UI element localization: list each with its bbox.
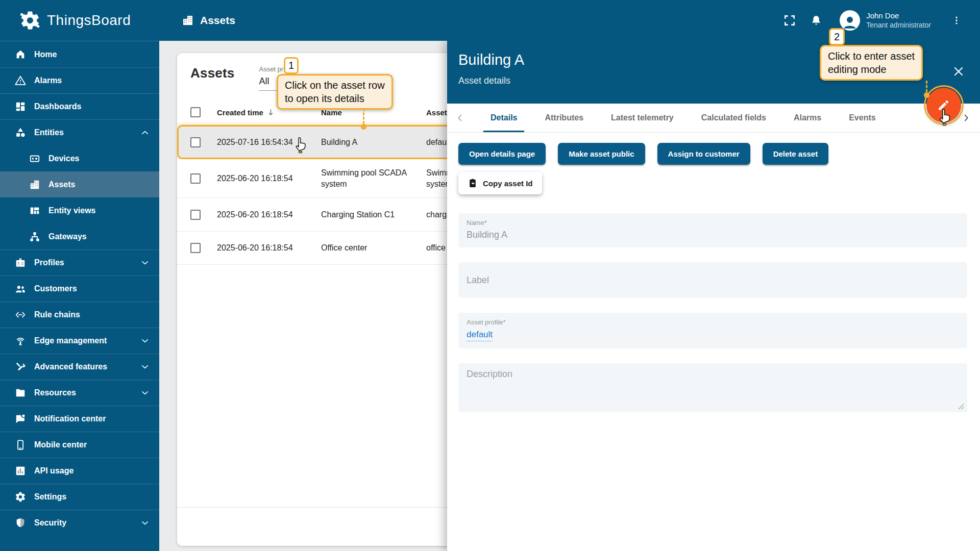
cell-created-time: 2025-06-20 16:18:54: [217, 173, 321, 184]
sidebar-item-label: Devices: [48, 154, 80, 163]
chevron-down-icon: [139, 517, 151, 529]
settings-icon: [14, 491, 27, 503]
assign-to-customer-button[interactable]: Assign to customer: [657, 143, 750, 165]
user-avatar[interactable]: [840, 10, 860, 31]
sidebar-item-label: Assets: [48, 180, 75, 189]
sidebar-item-label: Customers: [34, 284, 77, 293]
sidebar-item-home[interactable]: Home: [0, 41, 159, 67]
sidebar-item-resources[interactable]: Resources: [0, 380, 159, 406]
row-checkbox[interactable]: [190, 173, 201, 184]
sidebar-item-gateways[interactable]: Gateways: [0, 223, 159, 249]
api-usage-icon: [14, 465, 27, 477]
dashboards-icon: [14, 101, 27, 113]
row-checkbox[interactable]: [190, 243, 201, 253]
tutorial-step-1-bubble: Click on the asset row to open its detai…: [277, 74, 393, 110]
page-title: Assets: [182, 14, 235, 27]
chevron-down-icon: [139, 361, 151, 373]
kebab-menu-button[interactable]: [946, 10, 967, 31]
tutorial-step-2-badge: 2: [829, 28, 845, 45]
tutorial-step-2-dot: [924, 92, 929, 98]
sidebar-item-profiles[interactable]: Profiles: [0, 249, 159, 276]
advanced-features-icon: [14, 361, 27, 373]
thingsboard-logo[interactable]: ThingsBoard: [0, 10, 159, 31]
cell-name: Building A: [321, 137, 426, 148]
sidebar-item-label: Security: [34, 518, 66, 528]
sidebar-item-entities[interactable]: Entities: [0, 119, 159, 145]
home-icon: [14, 48, 27, 61]
sort-desc-icon: [266, 108, 275, 117]
sidebar-item-advanced-features[interactable]: Advanced features: [0, 354, 159, 380]
asset-profile-field: Asset profile* default: [458, 313, 967, 348]
description-field[interactable]: Description: [458, 363, 967, 412]
tutorial-step-1-badge: 1: [284, 57, 299, 74]
edit-asset-fab-button[interactable]: [926, 88, 961, 122]
tab-details[interactable]: Details: [483, 104, 524, 132]
copy-asset-id-button[interactable]: Copy asset Id: [458, 172, 542, 194]
sidebar-item-settings[interactable]: Settings: [0, 484, 159, 510]
entity-views-icon: [29, 205, 41, 217]
sidebar-item-mobile-center[interactable]: Mobile center: [0, 432, 159, 458]
sidebar-item-dashboards[interactable]: Dashboards: [0, 93, 159, 119]
sidebar-item-devices[interactable]: Devices: [0, 145, 159, 171]
resources-icon: [14, 387, 27, 399]
cell-name: Office center: [321, 242, 426, 254]
sidebar-item-label: Gateways: [48, 232, 87, 241]
edge-management-icon: [14, 335, 27, 347]
sidebar-item-security[interactable]: Security: [0, 510, 159, 536]
sidebar-item-label: Mobile center: [34, 440, 87, 449]
logo-text: ThingsBoard: [47, 12, 131, 29]
label-field[interactable]: Label: [458, 262, 967, 298]
tab-alarms[interactable]: Alarms: [787, 104, 828, 132]
asset-profile-link[interactable]: default: [467, 330, 493, 341]
sidebar-item-rule-chains[interactable]: Rule chains: [0, 302, 159, 328]
sidebar-item-label: Entity views: [48, 206, 95, 215]
asset-details-panel: Building A Asset details DetailsAttribut…: [447, 41, 980, 551]
devices-icon: [29, 153, 41, 165]
sidebar-item-entity-views[interactable]: Entity views: [0, 197, 159, 223]
delete-asset-button[interactable]: Delete asset: [763, 143, 829, 165]
sidebar-item-alarms[interactable]: Alarms: [0, 67, 159, 93]
sidebar-item-customers[interactable]: Customers: [0, 276, 159, 302]
sidebar-item-edge-management[interactable]: Edge management: [0, 328, 159, 354]
tutorial-step-1-connector: [363, 108, 364, 124]
rule-chains-icon: [14, 309, 27, 321]
name-field[interactable]: Name* Building A: [458, 213, 967, 247]
gateways-icon: [29, 231, 41, 243]
tab-events[interactable]: Events: [842, 104, 883, 132]
chevron-down-icon: [139, 335, 151, 347]
sidebar-item-label: Resources: [34, 388, 76, 397]
tab-latest-telemetry[interactable]: Latest telemetry: [604, 104, 681, 132]
profiles-icon: [14, 257, 27, 269]
open-details-page-button[interactable]: Open details page: [458, 143, 546, 165]
make-asset-public-button[interactable]: Make asset public: [558, 143, 645, 165]
sidebar-item-assets[interactable]: Assets: [0, 171, 159, 197]
tutorial-step-2-connector: [926, 81, 927, 92]
close-icon[interactable]: [952, 65, 965, 80]
sidebar-item-label: API usage: [34, 466, 74, 475]
tabs-scroll-left-icon[interactable]: [451, 109, 469, 127]
customers-icon: [14, 283, 27, 295]
tab-attributes[interactable]: Attributes: [537, 104, 591, 132]
cell-created-time: 2025-06-20 16:18:54: [217, 209, 321, 220]
name-field-label: Name*: [467, 219, 959, 227]
tabs-scroll-right-icon[interactable]: [958, 109, 975, 127]
fullscreen-button[interactable]: [779, 10, 800, 31]
tab-calculated-fields[interactable]: Calculated fields: [694, 104, 773, 132]
select-all-checkbox[interactable]: [190, 107, 201, 117]
sidebar-item-label: Dashboards: [34, 102, 81, 111]
sidebar-item-api-usage[interactable]: API usage: [0, 458, 159, 484]
row-checkbox[interactable]: [190, 210, 201, 220]
cell-name: Swimming pool SCADA system: [321, 167, 426, 189]
row-checkbox[interactable]: [190, 137, 201, 147]
mobile-center-icon: [14, 439, 27, 451]
sidebar-item-label: Rule chains: [34, 310, 80, 319]
sidebar-item-notification-center[interactable]: Notification center: [0, 406, 159, 432]
label-field-placeholder: Label: [467, 275, 489, 286]
notifications-bell-button[interactable]: [806, 10, 826, 31]
details-tab-bar: DetailsAttributesLatest telemetryCalcula…: [447, 104, 980, 133]
user-info[interactable]: John Doe Tenant administrator: [866, 11, 931, 30]
sidebar-item-label: Edge management: [34, 336, 107, 345]
security-icon: [14, 517, 27, 529]
textarea-resize-handle[interactable]: [958, 403, 964, 410]
sidebar-item-label: Advanced features: [34, 362, 107, 371]
